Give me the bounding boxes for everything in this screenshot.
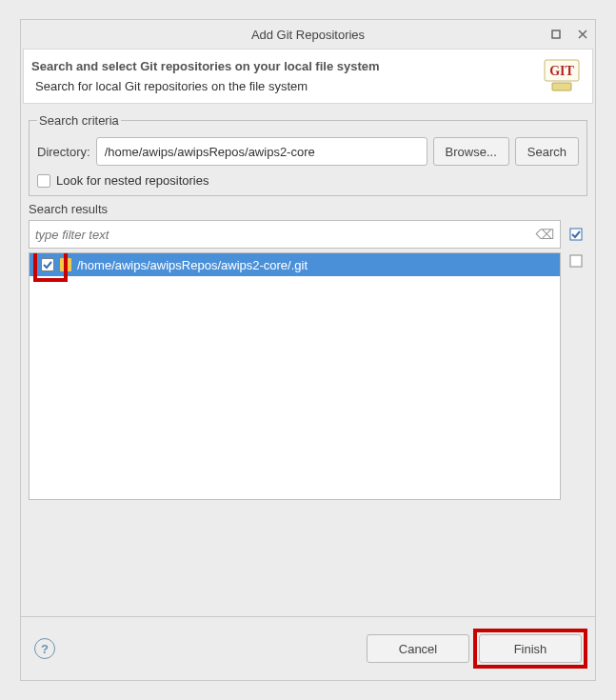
title-bar: Add Git Repositories bbox=[21, 20, 595, 49]
svg-rect-7 bbox=[570, 255, 582, 267]
filter-input[interactable] bbox=[35, 228, 535, 242]
repository-icon bbox=[60, 258, 71, 271]
search-results-section: Search results ⌫ /home/awips/awipsRepos bbox=[29, 202, 587, 609]
finish-button[interactable]: Finish bbox=[479, 634, 582, 663]
git-logo-icon: GIT bbox=[533, 50, 590, 103]
svg-rect-0 bbox=[552, 30, 560, 38]
result-path: /home/awips/awipsRepos/awips2-core/.git bbox=[77, 258, 308, 272]
maximize-icon[interactable] bbox=[549, 28, 563, 41]
header-panel: Search and select Git repositories on yo… bbox=[23, 49, 593, 104]
browse-button[interactable]: Browse... bbox=[433, 137, 509, 166]
close-icon[interactable] bbox=[576, 28, 589, 41]
button-bar: ? Cancel Finish bbox=[21, 616, 595, 680]
filter-wrap: ⌫ bbox=[29, 220, 561, 249]
deselect-all-icon[interactable] bbox=[565, 252, 587, 609]
search-criteria-group: Search criteria Directory: Browse... Sea… bbox=[29, 113, 587, 196]
list-item[interactable]: /home/awips/awipsRepos/awips2-core/.git bbox=[30, 253, 560, 276]
results-list[interactable]: /home/awips/awipsRepos/awips2-core/.git bbox=[29, 252, 561, 500]
search-button[interactable]: Search bbox=[515, 137, 579, 166]
search-results-label: Search results bbox=[29, 202, 587, 216]
nested-repos-label: Look for nested repositories bbox=[56, 173, 209, 188]
directory-label: Directory: bbox=[37, 145, 90, 159]
clear-filter-icon[interactable]: ⌫ bbox=[535, 227, 554, 242]
body-panel: Search criteria Directory: Browse... Sea… bbox=[21, 104, 595, 616]
window-title: Add Git Repositories bbox=[251, 28, 365, 42]
svg-rect-6 bbox=[570, 229, 582, 240]
result-checkbox[interactable] bbox=[41, 258, 54, 271]
help-icon[interactable]: ? bbox=[34, 638, 55, 659]
cancel-button[interactable]: Cancel bbox=[367, 634, 469, 663]
header-title: Search and select Git repositories on yo… bbox=[31, 59, 581, 73]
svg-rect-5 bbox=[552, 83, 571, 90]
search-criteria-legend: Search criteria bbox=[37, 113, 121, 128]
nested-repos-checkbox[interactable] bbox=[37, 174, 50, 188]
directory-input[interactable] bbox=[96, 137, 427, 166]
select-all-icon[interactable] bbox=[565, 220, 587, 249]
svg-text:GIT: GIT bbox=[549, 64, 574, 78]
header-subtitle: Search for local Git repositories on the… bbox=[35, 79, 581, 93]
add-git-repositories-dialog: Add Git Repositories Search and select G… bbox=[20, 19, 596, 681]
